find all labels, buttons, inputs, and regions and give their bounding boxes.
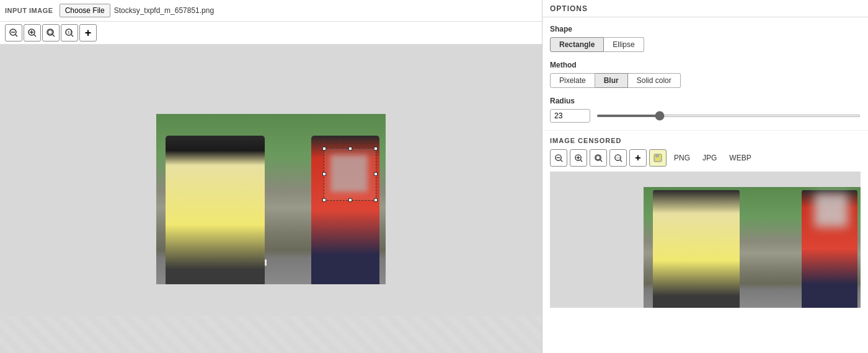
add-region-button[interactable]: + (79, 24, 97, 41)
woman-left-figure (166, 136, 265, 284)
file-input-wrapper: Choose File Stocksy_txpfd_m_657851.png (60, 4, 214, 17)
censored-zoom-in-icon (574, 154, 583, 163)
image-censored-section: IMAGE CENSORED (542, 130, 868, 314)
handle-top-mid[interactable] (348, 147, 352, 150)
censored-toolbar: 1:1 + PNG JPG WEBP (550, 149, 861, 167)
handle-bottom-mid[interactable] (348, 198, 352, 202)
format-jpg-button[interactable]: JPG (698, 151, 722, 165)
options-title: OPTIONS (550, 4, 588, 13)
svg-rect-27 (655, 154, 659, 157)
svg-rect-29 (656, 159, 660, 160)
censored-image-container (550, 172, 861, 308)
censored-zoom-100-icon: 1:1 (614, 154, 623, 163)
censored-zoom-in-button[interactable] (570, 149, 587, 167)
radius-row (550, 109, 861, 123)
method-button-group: Pixelate Blur Solid color (550, 73, 861, 88)
svg-line-6 (34, 35, 36, 37)
zoom-out-button[interactable] (5, 24, 22, 41)
shape-rectangle-button[interactable]: Rectangle (550, 37, 604, 52)
file-toolbar: INPUT IMAGE Choose File Stocksy_txpfd_m_… (0, 0, 542, 22)
censored-output-image (644, 187, 861, 308)
svg-line-12 (71, 35, 73, 37)
zoom-100-button[interactable]: 1:1 (61, 24, 78, 41)
svg-rect-22 (596, 155, 600, 159)
zoom-toolbar: 1:1 + (0, 22, 542, 45)
options-content: Shape Rectangle Ellipse Method Pixelate … (542, 17, 868, 130)
svg-line-21 (600, 160, 602, 162)
shape-label: Shape (550, 25, 861, 33)
method-solid-color-button[interactable]: Solid color (628, 73, 681, 88)
censored-zoom-100-button[interactable]: 1:1 (609, 149, 627, 167)
choose-file-button[interactable]: Choose File (60, 4, 110, 17)
main-image (156, 114, 386, 284)
censored-zoom-fit-icon (594, 154, 603, 163)
svg-text:1:1: 1:1 (68, 30, 72, 34)
input-canvas-area[interactable] (0, 45, 542, 353)
handle-top-left[interactable] (322, 147, 326, 150)
method-label: Method (550, 61, 861, 69)
method-blur-button[interactable]: Blur (595, 73, 628, 88)
radius-slider[interactable] (596, 115, 861, 117)
handle-top-right[interactable] (374, 147, 378, 150)
shape-option-group: Shape Rectangle Ellipse (550, 25, 861, 52)
shape-button-group: Rectangle Ellipse (550, 37, 861, 52)
censored-zoom-fit-button[interactable] (590, 149, 607, 167)
handle-mid-left[interactable] (322, 172, 326, 176)
radius-label: Radius (550, 97, 861, 105)
method-pixelate-button[interactable]: Pixelate (550, 73, 595, 88)
format-webp-button[interactable]: WEBP (724, 151, 756, 165)
svg-rect-9 (48, 30, 52, 34)
zoom-fit-icon (46, 28, 56, 38)
shape-ellipse-button[interactable]: Ellipse (604, 37, 644, 52)
handle-bottom-right[interactable] (374, 198, 378, 202)
handle-mid-right[interactable] (374, 172, 378, 176)
selection-box[interactable] (324, 148, 376, 201)
radius-option-group: Radius (550, 97, 861, 123)
censored-zoom-out-button[interactable] (550, 149, 567, 167)
blurred-region-preview (330, 155, 368, 192)
options-header: OPTIONS (542, 0, 868, 17)
image-censored-title: IMAGE CENSORED (550, 137, 861, 144)
svg-line-15 (560, 160, 562, 162)
censored-zoom-out-icon (554, 154, 564, 163)
svg-line-19 (580, 160, 582, 162)
svg-text:1:1: 1:1 (616, 156, 621, 159)
right-panel: OPTIONS Shape Rectangle Ellipse Method P… (542, 0, 868, 353)
censored-woman-left (653, 190, 740, 308)
left-panel: INPUT IMAGE Choose File Stocksy_txpfd_m_… (0, 0, 542, 353)
svg-line-8 (53, 35, 55, 37)
file-name-display: Stocksy_txpfd_m_657851.png (114, 6, 214, 15)
input-image-label: INPUT IMAGE (5, 7, 53, 14)
svg-line-24 (620, 160, 622, 162)
image-container (156, 114, 386, 284)
format-png-button[interactable]: PNG (669, 151, 695, 165)
method-option-group: Method Pixelate Blur Solid color (550, 61, 861, 88)
zoom-in-icon (27, 28, 37, 38)
censored-blur-overlay (814, 193, 848, 227)
save-icon (653, 153, 663, 163)
radius-input[interactable] (550, 109, 590, 123)
handle-bottom-left[interactable] (322, 198, 326, 202)
svg-line-2 (16, 35, 17, 37)
zoom-100-icon: 1:1 (64, 28, 74, 38)
zoom-out-icon (9, 28, 19, 38)
save-button[interactable] (649, 149, 666, 167)
censored-add-button[interactable]: + (629, 149, 647, 167)
zoom-in-button[interactable] (24, 24, 41, 41)
zoom-fit-button[interactable] (42, 24, 60, 41)
